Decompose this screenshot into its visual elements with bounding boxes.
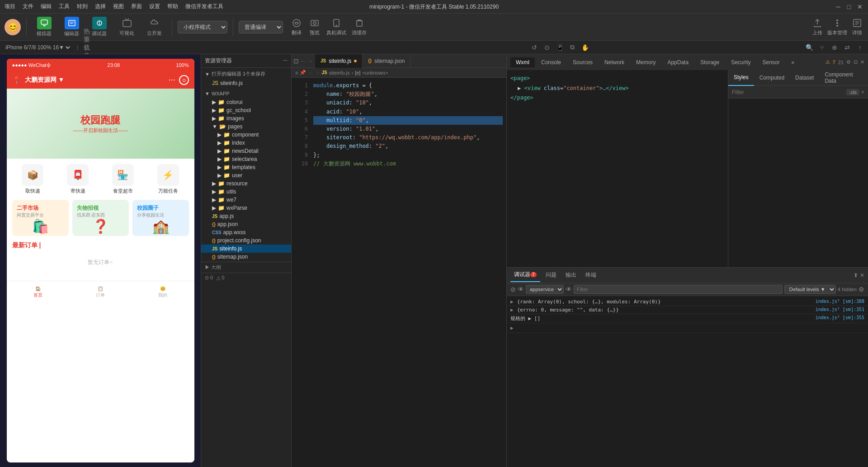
clear-cache-button[interactable]: 清缓存 — [352, 18, 367, 36]
tree-colorui[interactable]: ▶ 📁 colorui — [201, 98, 291, 106]
mode-select[interactable]: 小程序模式 — [178, 21, 227, 33]
tree-index[interactable]: ▶ 📁 index — [201, 139, 291, 147]
add-style-icon[interactable]: + — [861, 89, 864, 95]
version-button[interactable]: 版本管理 — [827, 18, 847, 36]
menu-item-goto[interactable]: 转到 — [77, 3, 88, 10]
upload-button[interactable]: 上传 — [811, 18, 824, 36]
menu-item-view[interactable]: 视图 — [113, 3, 124, 10]
editor-button[interactable]: 编辑器 — [60, 15, 84, 39]
tree-resource[interactable]: ▶ 📁 resource — [201, 179, 291, 188]
clear-console-icon[interactable]: ⊘ — [510, 286, 516, 293]
tree-user[interactable]: ▶ 📁 user — [201, 171, 291, 179]
cls-badge[interactable]: .cls — [846, 89, 859, 95]
menu-item-file[interactable]: 文件 — [23, 3, 33, 10]
close-button[interactable]: ✕ — [856, 3, 863, 10]
upload-small-icon[interactable]: ↑ — [855, 43, 864, 52]
breadcrumb-forward[interactable]: → — [315, 70, 320, 75]
entry-source-0[interactable]: index.js² [sm]:388 — [816, 299, 864, 304]
entry-source-1[interactable]: index.js² [sm]:351 — [816, 307, 864, 312]
tree-templates[interactable]: ▶ 📁 templates — [201, 163, 291, 171]
devtools-tab-console[interactable]: Console — [536, 57, 566, 67]
real-debug-button[interactable]: 真机调试 — [326, 18, 346, 36]
console-input[interactable] — [517, 325, 864, 331]
editor-tab-siteinfo[interactable]: JS siteinfo.js — [315, 54, 363, 68]
phone-tab-home[interactable]: 🏠 首页 — [7, 281, 69, 303]
grid-item-2[interactable]: 🏪 食堂超市 — [102, 164, 144, 194]
context-eye-icon[interactable]: 👁 — [566, 286, 572, 293]
hand-icon[interactable]: ✋ — [580, 43, 590, 52]
devtools-tab-appdata[interactable]: AppData — [662, 57, 694, 67]
code-body[interactable]: module.exports = { name: "校园跑腿", uniacid… — [310, 78, 506, 467]
menu-item-interface[interactable]: 界面 — [131, 3, 142, 10]
menu-item-edit[interactable]: 编辑 — [41, 3, 52, 10]
layout-icon[interactable]: ⊡ — [854, 59, 858, 65]
tree-siteinfo[interactable]: JS siteinfo.js — [201, 245, 291, 253]
maximize-button[interactable]: □ — [845, 3, 853, 10]
console-filter-input[interactable] — [574, 285, 783, 294]
tree-utils[interactable]: ▶ 📁 utils — [201, 188, 291, 196]
tree-sitemapjson[interactable]: {} sitemap.json — [201, 253, 291, 261]
context-select[interactable]: appservice — [526, 285, 564, 294]
phone-card-1[interactable]: 失物招领 找东西 还东西 ❓ — [72, 200, 129, 236]
search-icon[interactable]: 🔍 — [805, 43, 814, 52]
pin-icon[interactable]: ⊡ — [293, 57, 299, 65]
back-icon[interactable]: ← — [300, 57, 306, 65]
tree-pages[interactable]: ▼ 📂 pages — [201, 123, 291, 131]
tree-appwxss[interactable]: CSS app.wxss — [201, 228, 291, 236]
opened-file-siteinfo[interactable]: JS siteinfo.js — [201, 79, 291, 87]
close-devtools-icon[interactable]: ✕ — [860, 59, 864, 65]
copy-icon[interactable]: ⧉ — [568, 43, 577, 52]
menu-item-settings[interactable]: 设置 — [149, 3, 160, 10]
menu-item-help[interactable]: 帮助 — [167, 3, 178, 10]
preview-button[interactable]: 预览 — [308, 18, 321, 36]
tree-wxparse[interactable]: ▶ 📁 wxParse — [201, 204, 291, 212]
screenshot-icon[interactable]: ⊙ — [542, 43, 552, 52]
console-eye-icon[interactable]: 👁 — [518, 286, 524, 293]
phone-card-2[interactable]: 校园圈子 分享校园生活 🏫 — [132, 200, 189, 236]
opened-editors-header[interactable]: ▼ 打开的编辑器 1个未保存 — [201, 69, 291, 79]
devtools-tab-memory[interactable]: Memory — [631, 57, 661, 67]
compile-select[interactable]: 普通编译 — [239, 21, 283, 33]
devtools-tab-more[interactable]: » — [786, 57, 800, 67]
console-tab-output[interactable]: 输出 — [562, 269, 580, 282]
tree-images[interactable]: ▶ 📁 images — [201, 114, 291, 123]
visualize-button[interactable]: 可视化 — [115, 16, 139, 38]
devtools-tab-wxml[interactable]: Wxml — [510, 57, 535, 67]
details-button[interactable]: 详情 — [851, 18, 863, 36]
minimize-button[interactable]: ─ — [835, 3, 842, 10]
styles-tab-computed[interactable]: Computed — [754, 70, 790, 86]
devtools-tab-sources[interactable]: Sources — [567, 57, 598, 67]
tree-we7[interactable]: ▶ 📁 we7 — [201, 196, 291, 204]
devtools-tab-sensor[interactable]: Sensor — [757, 57, 785, 67]
entry-source-2[interactable]: index.js² [sm]:355 — [816, 315, 864, 320]
forward-icon[interactable]: → — [307, 57, 313, 65]
console-tab-issues[interactable]: 问题 — [542, 269, 560, 282]
settings-icon[interactable]: ⚙ — [846, 59, 851, 65]
styles-tab-dataset[interactable]: Dataset — [790, 70, 819, 86]
device-select[interactable]: iPhone 6/7/8 100% 16▼ — [4, 44, 71, 51]
editor-tab-sitemap[interactable]: {} sitemap.json — [363, 54, 410, 68]
phone-icon[interactable]: 📱 — [555, 43, 564, 52]
devtools-tab-storage[interactable]: Storage — [695, 57, 725, 67]
sync-icon[interactable]: ⇄ — [843, 43, 852, 52]
console-tab-debugger[interactable]: 调试器 7 — [510, 269, 540, 282]
menu-item-tools[interactable]: 工具 — [59, 3, 70, 10]
explorer-more-icon[interactable]: ··· — [283, 57, 288, 65]
wxapp-header[interactable]: ▼ WXAPP — [201, 89, 291, 98]
menu-item-wechat[interactable]: 微信开发者工具 — [185, 3, 223, 10]
styles-tab-styles[interactable]: Styles — [728, 70, 754, 86]
expand-icon[interactable]: ⬆ — [854, 272, 858, 278]
breadcrumb-back[interactable]: ← — [308, 70, 313, 75]
grid-item-0[interactable]: 📦 取快递 — [12, 164, 54, 194]
tree-gcschool[interactable]: ▶ 📁 gc_school — [201, 106, 291, 114]
menu-item-project[interactable]: 项目 — [5, 3, 15, 10]
hotreload-toggle[interactable]: 热重载 关▼ — [84, 43, 93, 52]
tree-appjson[interactable]: {} app.json — [201, 220, 291, 228]
styles-tab-component[interactable]: Component Data — [819, 70, 868, 86]
grid-item-3[interactable]: ⚡ 万能任务 — [147, 164, 189, 194]
tree-projectconfig[interactable]: {} project.config.json — [201, 236, 291, 245]
avatar[interactable]: 😊 — [5, 19, 21, 35]
entry-arrow-0[interactable]: ▶ — [510, 299, 514, 305]
git-icon[interactable]: ⊕ — [830, 43, 839, 52]
console-tab-terminal[interactable]: 终端 — [582, 269, 600, 282]
